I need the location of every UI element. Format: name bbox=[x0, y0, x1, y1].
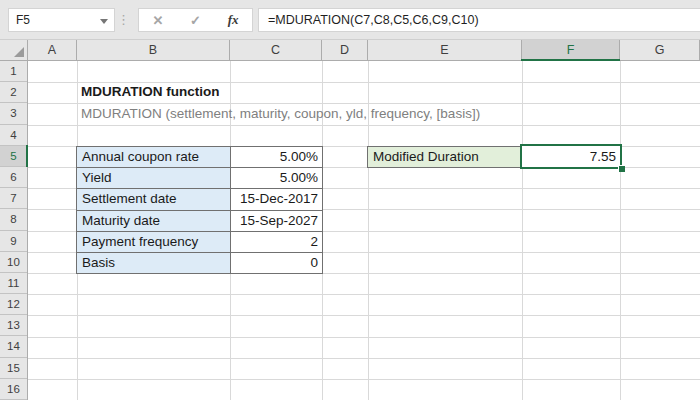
gridline-horizontal bbox=[28, 358, 700, 359]
selected-row-bar bbox=[26, 145, 28, 167]
fill-handle[interactable] bbox=[619, 166, 625, 172]
cancel-icon[interactable]: ✕ bbox=[152, 13, 163, 28]
input-value-cell[interactable]: 5.00% bbox=[231, 147, 323, 168]
sheet-subtitle: MDURATION (settlement, maturity, coupon,… bbox=[81, 106, 480, 121]
row-header-14[interactable]: 14 bbox=[0, 336, 27, 357]
input-value-cell[interactable]: 15-Dec-2017 bbox=[231, 189, 323, 210]
input-table-row: Settlement date15-Dec-2017 bbox=[77, 189, 323, 210]
input-value-cell[interactable]: 0 bbox=[231, 253, 323, 274]
input-table: Annual coupon rate5.00%Yield5.00%Settlem… bbox=[76, 146, 323, 274]
gridline-horizontal bbox=[28, 315, 700, 316]
input-label-cell[interactable]: Settlement date bbox=[77, 189, 231, 210]
row-header-4[interactable]: 4 bbox=[0, 125, 27, 146]
column-header-E[interactable]: E bbox=[368, 40, 522, 60]
select-all-corner[interactable] bbox=[0, 40, 28, 60]
selected-cell-F5[interactable]: 7.55 bbox=[520, 144, 622, 169]
select-all-triangle-icon bbox=[14, 47, 24, 57]
row-header-9[interactable]: 9 bbox=[0, 231, 27, 252]
separator-dots-icon: ⋮ bbox=[117, 8, 129, 32]
gridline-horizontal bbox=[28, 337, 700, 338]
input-table-row: Maturity date15-Sep-2027 bbox=[77, 211, 323, 232]
row-header-13[interactable]: 13 bbox=[0, 315, 27, 336]
row-headers: 12345678910111213141516 bbox=[0, 61, 28, 400]
name-box-value: F5 bbox=[16, 13, 30, 27]
gridline-horizontal bbox=[28, 125, 700, 126]
column-header-A[interactable]: A bbox=[28, 40, 77, 60]
row-header-7[interactable]: 7 bbox=[0, 188, 27, 209]
column-header-F[interactable]: F bbox=[522, 40, 620, 60]
excel-window: F5 ⋮ ✕ ✓ fx =MDURATION(C7,C8,C5,C6,C9,C1… bbox=[0, 0, 700, 400]
column-header-B[interactable]: B bbox=[77, 40, 230, 60]
input-value-cell[interactable]: 5.00% bbox=[231, 168, 323, 189]
gridline-horizontal bbox=[28, 103, 700, 104]
row-header-1[interactable]: 1 bbox=[0, 61, 27, 82]
row-header-8[interactable]: 8 bbox=[0, 209, 27, 230]
name-box[interactable]: F5 bbox=[8, 8, 115, 32]
selected-column-underline bbox=[521, 59, 620, 61]
gridline-horizontal bbox=[28, 294, 700, 295]
input-table-row: Yield5.00% bbox=[77, 168, 323, 189]
row-header-3[interactable]: 3 bbox=[0, 103, 27, 124]
input-table-row: Annual coupon rate5.00% bbox=[77, 147, 323, 168]
gridline-horizontal bbox=[28, 379, 700, 380]
input-label-cell[interactable]: Annual coupon rate bbox=[77, 147, 231, 168]
enter-icon[interactable]: ✓ bbox=[190, 13, 201, 28]
input-value-cell[interactable]: 15-Sep-2027 bbox=[231, 211, 323, 232]
column-header-G[interactable]: G bbox=[620, 40, 700, 60]
sheet-title: MDURATION function bbox=[81, 84, 219, 99]
row-header-12[interactable]: 12 bbox=[0, 294, 27, 315]
input-label-cell[interactable]: Maturity date bbox=[77, 211, 231, 232]
formula-buttons: ✕ ✓ fx bbox=[138, 8, 253, 32]
column-headers: ABCDEFG bbox=[0, 40, 700, 61]
column-header-D[interactable]: D bbox=[322, 40, 368, 60]
insert-function-icon[interactable]: fx bbox=[228, 12, 239, 28]
input-label-cell[interactable]: Payment frequency bbox=[77, 232, 231, 253]
formula-bar: F5 ⋮ ✕ ✓ fx =MDURATION(C7,C8,C5,C6,C9,C1… bbox=[0, 0, 700, 40]
input-table-row: Payment frequency2 bbox=[77, 232, 323, 253]
row-header-16[interactable]: 16 bbox=[0, 379, 27, 400]
row-header-10[interactable]: 10 bbox=[0, 252, 27, 273]
input-label-cell[interactable]: Basis bbox=[77, 253, 231, 274]
name-box-dropdown-icon[interactable] bbox=[100, 19, 108, 24]
input-table-row: Basis0 bbox=[77, 253, 323, 274]
row-header-5[interactable]: 5 bbox=[0, 146, 27, 167]
input-value-cell[interactable]: 2 bbox=[231, 232, 323, 253]
result-label-cell[interactable]: Modified Duration bbox=[367, 146, 523, 168]
result-value: 7.55 bbox=[590, 149, 616, 164]
row-header-6[interactable]: 6 bbox=[0, 167, 27, 188]
formula-input[interactable]: =MDURATION(C7,C8,C5,C6,C9,C10) bbox=[258, 8, 700, 32]
row-header-15[interactable]: 15 bbox=[0, 358, 27, 379]
column-header-C[interactable]: C bbox=[230, 40, 322, 60]
row-header-11[interactable]: 11 bbox=[0, 273, 27, 294]
row-header-2[interactable]: 2 bbox=[0, 82, 27, 103]
input-label-cell[interactable]: Yield bbox=[77, 168, 231, 189]
